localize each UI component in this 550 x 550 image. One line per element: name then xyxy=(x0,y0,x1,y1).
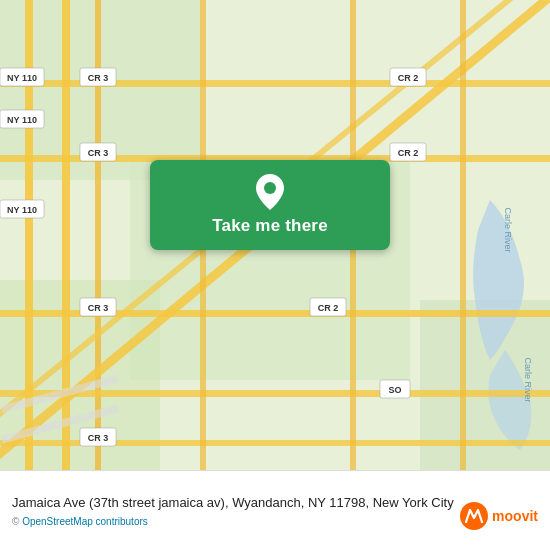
cta-label: Take me there xyxy=(212,216,328,236)
svg-text:CR 2: CR 2 xyxy=(398,148,419,158)
moovit-icon xyxy=(460,502,488,530)
svg-text:CR 3: CR 3 xyxy=(88,73,109,83)
osm-credit-text: © OpenStreetMap contributors xyxy=(12,516,454,527)
svg-text:Carle River: Carle River xyxy=(503,207,513,252)
bottom-bar: Jamaica Ave (37th street jamaica av), Wy… xyxy=(0,470,550,550)
svg-text:CR 3: CR 3 xyxy=(88,303,109,313)
osm-link[interactable]: OpenStreetMap contributors xyxy=(22,516,148,527)
location-pin-icon xyxy=(256,174,284,210)
take-me-there-button[interactable]: Take me there xyxy=(150,160,390,250)
svg-point-44 xyxy=(264,182,276,194)
address-text: Jamaica Ave (37th street jamaica av), Wy… xyxy=(12,494,454,512)
svg-text:CR 3: CR 3 xyxy=(88,433,109,443)
moovit-text: moovit xyxy=(492,508,538,524)
svg-text:CR 2: CR 2 xyxy=(318,303,339,313)
svg-text:NY 110: NY 110 xyxy=(7,205,37,215)
svg-text:CR 3: CR 3 xyxy=(88,148,109,158)
svg-text:SO: SO xyxy=(388,385,401,395)
map-container: NY 110 NY 110 NY 110 CR 3 CR 3 CR 3 CR 3… xyxy=(0,0,550,470)
svg-text:CR 2: CR 2 xyxy=(398,73,419,83)
moovit-logo: moovit xyxy=(460,502,538,530)
osm-symbol: © xyxy=(12,516,22,527)
svg-text:NY 110: NY 110 xyxy=(7,73,37,83)
svg-text:Carle River: Carle River xyxy=(523,357,533,402)
svg-text:NY 110: NY 110 xyxy=(7,115,37,125)
svg-rect-17 xyxy=(460,0,466,470)
